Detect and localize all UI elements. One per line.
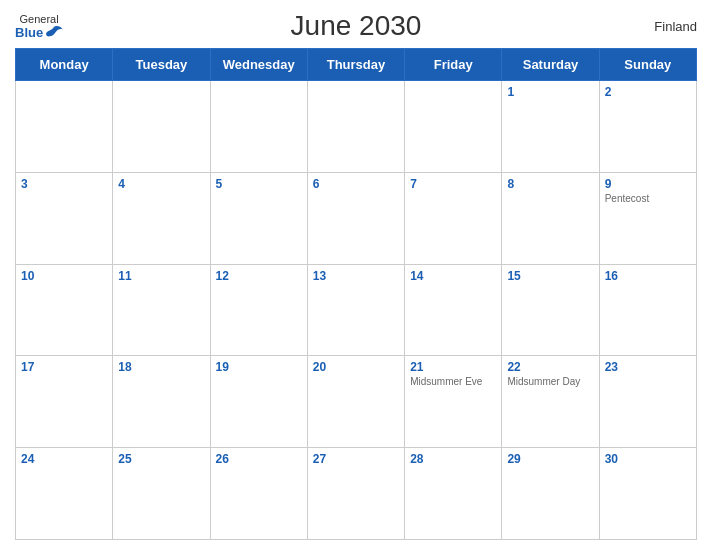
calendar-table: MondayTuesdayWednesdayThursdayFridaySatu… <box>15 48 697 540</box>
calendar-cell: 16 <box>599 264 696 356</box>
weekday-header-wednesday: Wednesday <box>210 49 307 81</box>
weekday-header-monday: Monday <box>16 49 113 81</box>
day-number: 28 <box>410 452 496 466</box>
calendar-cell: 26 <box>210 448 307 540</box>
weekday-header-thursday: Thursday <box>307 49 404 81</box>
day-number: 11 <box>118 269 204 283</box>
day-number: 1 <box>507 85 593 99</box>
country-label: Finland <box>654 19 697 34</box>
calendar-cell: 3 <box>16 172 113 264</box>
calendar-cell <box>307 81 404 173</box>
calendar-cell: 25 <box>113 448 210 540</box>
week-row-3: 10111213141516 <box>16 264 697 356</box>
calendar-cell: 20 <box>307 356 404 448</box>
day-number: 21 <box>410 360 496 374</box>
calendar-cell: 7 <box>405 172 502 264</box>
calendar-cell: 11 <box>113 264 210 356</box>
day-number: 13 <box>313 269 399 283</box>
day-number: 24 <box>21 452 107 466</box>
calendar-cell: 18 <box>113 356 210 448</box>
day-number: 20 <box>313 360 399 374</box>
day-number: 18 <box>118 360 204 374</box>
day-number: 5 <box>216 177 302 191</box>
calendar-cell <box>16 81 113 173</box>
calendar-cell: 13 <box>307 264 404 356</box>
calendar-cell: 29 <box>502 448 599 540</box>
calendar-cell: 17 <box>16 356 113 448</box>
weekday-header-friday: Friday <box>405 49 502 81</box>
holiday-label: Midsummer Day <box>507 376 593 387</box>
calendar-cell: 15 <box>502 264 599 356</box>
day-number: 12 <box>216 269 302 283</box>
week-row-4: 1718192021Midsummer Eve22Midsummer Day23 <box>16 356 697 448</box>
day-number: 8 <box>507 177 593 191</box>
calendar-cell: 27 <box>307 448 404 540</box>
day-number: 26 <box>216 452 302 466</box>
calendar-cell: 5 <box>210 172 307 264</box>
calendar-cell: 2 <box>599 81 696 173</box>
holiday-label: Pentecost <box>605 193 691 204</box>
calendar-cell: 12 <box>210 264 307 356</box>
week-row-2: 3456789Pentecost <box>16 172 697 264</box>
day-number: 17 <box>21 360 107 374</box>
day-number: 27 <box>313 452 399 466</box>
logo: General Blue <box>15 13 63 40</box>
day-number: 2 <box>605 85 691 99</box>
calendar-cell: 28 <box>405 448 502 540</box>
day-number: 9 <box>605 177 691 191</box>
day-number: 3 <box>21 177 107 191</box>
day-number: 16 <box>605 269 691 283</box>
calendar-cell: 19 <box>210 356 307 448</box>
day-number: 4 <box>118 177 204 191</box>
calendar-cell: 6 <box>307 172 404 264</box>
calendar-cell: 23 <box>599 356 696 448</box>
weekday-header-tuesday: Tuesday <box>113 49 210 81</box>
calendar-cell: 21Midsummer Eve <box>405 356 502 448</box>
calendar-cell: 1 <box>502 81 599 173</box>
day-number: 22 <box>507 360 593 374</box>
calendar-cell: 24 <box>16 448 113 540</box>
calendar-cell: 9Pentecost <box>599 172 696 264</box>
day-number: 19 <box>216 360 302 374</box>
page-title: June 2030 <box>291 10 422 42</box>
weekday-header-saturday: Saturday <box>502 49 599 81</box>
day-number: 30 <box>605 452 691 466</box>
logo-general-text: General <box>20 13 59 25</box>
calendar-cell: 10 <box>16 264 113 356</box>
week-row-1: 12 <box>16 81 697 173</box>
calendar-cell: 30 <box>599 448 696 540</box>
calendar-header: General Blue June 2030 Finland <box>15 10 697 42</box>
weekday-header-sunday: Sunday <box>599 49 696 81</box>
weekday-header-row: MondayTuesdayWednesdayThursdayFridaySatu… <box>16 49 697 81</box>
day-number: 25 <box>118 452 204 466</box>
day-number: 14 <box>410 269 496 283</box>
calendar-cell: 14 <box>405 264 502 356</box>
calendar-cell <box>405 81 502 173</box>
day-number: 15 <box>507 269 593 283</box>
day-number: 10 <box>21 269 107 283</box>
calendar-cell: 4 <box>113 172 210 264</box>
day-number: 7 <box>410 177 496 191</box>
day-number: 29 <box>507 452 593 466</box>
logo-bird-icon <box>45 25 63 39</box>
holiday-label: Midsummer Eve <box>410 376 496 387</box>
calendar-cell <box>113 81 210 173</box>
day-number: 6 <box>313 177 399 191</box>
calendar-cell: 8 <box>502 172 599 264</box>
logo-blue-text: Blue <box>15 25 63 40</box>
calendar-cell: 22Midsummer Day <box>502 356 599 448</box>
week-row-5: 24252627282930 <box>16 448 697 540</box>
day-number: 23 <box>605 360 691 374</box>
calendar-cell <box>210 81 307 173</box>
